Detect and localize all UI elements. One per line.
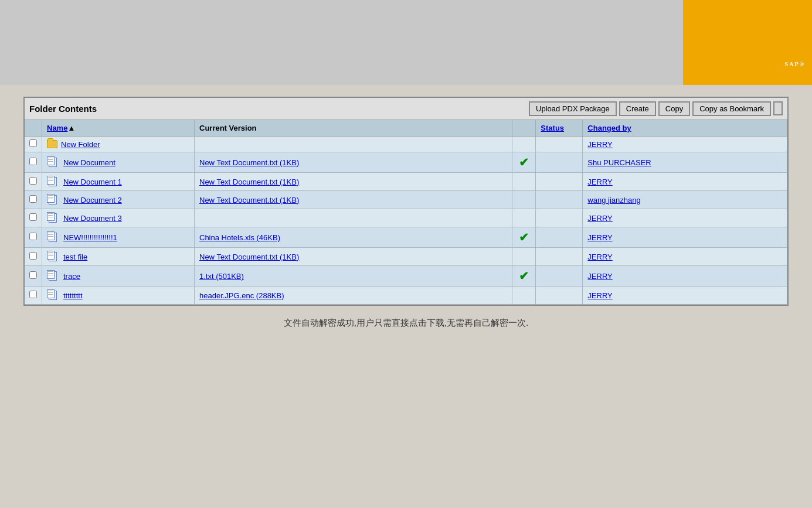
table-row: New Document 1New Text Document.txt (1KB… (25, 173, 787, 191)
item-name-link[interactable]: NEW!!!!!!!!!!!!!!!1 (63, 233, 117, 242)
header-left (0, 0, 683, 85)
changedby-sort-link[interactable]: Changed by (587, 124, 631, 132)
version-link[interactable]: 1.txt (501KB) (199, 272, 244, 281)
changedby-link[interactable]: Shu PURCHASER (587, 158, 651, 167)
changedby-link[interactable]: JERRY (587, 272, 612, 281)
item-name-link[interactable]: test file (63, 253, 87, 261)
table-row: tttttttttheader.JPG.enc (288KB)JERRY (25, 287, 787, 305)
item-name-container: test file (47, 251, 189, 262)
row-status-cell (536, 152, 583, 173)
item-name-link[interactable]: New Document 1 (63, 178, 122, 186)
copy-as-bookmark-button[interactable]: Copy as Bookmark (692, 101, 771, 116)
row-changedby-cell: JERRY (583, 248, 787, 266)
table-header-row: Name▲ Current Version Status Changed by (25, 120, 787, 137)
item-name-container: NEW!!!!!!!!!!!!!!!1 (47, 231, 189, 243)
row-name-cell: New Document 1 (42, 173, 195, 191)
row-version-cell: New Text Document.txt (1KB) (195, 173, 512, 191)
table-row: New FolderJERRY (25, 137, 787, 152)
bottom-text: 文件自动解密成功,用户只需直接点击下载,无需再自己解密一次. (23, 306, 789, 340)
row-name-cell: New Document (42, 152, 195, 173)
green-checkmark-icon: ✔ (519, 231, 529, 244)
document-icon (47, 176, 59, 187)
main-content: Folder Contents Upload PDX Package Creat… (0, 85, 812, 358)
table-row: test fileNew Text Document.txt (1KB)JERR… (25, 248, 787, 266)
version-link[interactable]: New Text Document.txt (1KB) (199, 196, 299, 204)
row-checkbox[interactable] (29, 213, 37, 221)
table-row: New DocumentNew Text Document.txt (1KB)✔… (25, 152, 787, 173)
upload-pdx-button[interactable]: Upload PDX Package (529, 101, 617, 116)
row-changedby-cell: JERRY (583, 287, 787, 305)
row-checkbox[interactable] (29, 139, 37, 147)
item-name-link[interactable]: trace (63, 272, 80, 281)
table-body: New FolderJERRYNew DocumentNew Text Docu… (25, 137, 787, 305)
item-name-container: New Document 2 (47, 194, 189, 206)
col-status-header: Status (536, 120, 583, 137)
item-name-link[interactable]: New Document 3 (63, 214, 122, 223)
row-name-cell: NEW!!!!!!!!!!!!!!!1 (42, 227, 195, 248)
version-link[interactable]: China Hotels.xls (46KB) (199, 233, 280, 242)
copy-button[interactable]: Copy (658, 101, 690, 116)
row-version-cell (195, 209, 512, 227)
item-name-container: New Document (47, 156, 189, 168)
item-name-link[interactable]: New Document (63, 158, 115, 167)
row-name-cell: New Document 2 (42, 191, 195, 209)
row-name-cell: test file (42, 248, 195, 266)
item-name-link[interactable]: ttttttttt (63, 291, 83, 300)
status-sort-link[interactable]: Status (541, 124, 564, 132)
row-version-cell: New Text Document.txt (1KB) (195, 248, 512, 266)
changedby-link[interactable]: JERRY (587, 178, 612, 186)
changedby-link[interactable]: JERRY (587, 253, 612, 261)
col-checkmark-header (512, 120, 536, 137)
folder-panel: Folder Contents Upload PDX Package Creat… (23, 97, 789, 306)
row-status-cell (536, 266, 583, 287)
row-changedby-cell: wang jianzhang (583, 191, 787, 209)
row-checkbox[interactable] (29, 233, 37, 240)
row-changedby-cell: JERRY (583, 227, 787, 248)
row-checkbox[interactable] (29, 158, 37, 165)
row-checkbox-cell (25, 227, 42, 248)
col-version-header: Current Version (195, 120, 512, 137)
version-link[interactable]: New Text Document.txt (1KB) (199, 158, 299, 167)
toolbar: Folder Contents Upload PDX Package Creat… (25, 98, 787, 120)
row-checkmark-cell: ✔ (512, 152, 536, 173)
row-checkbox-cell (25, 137, 42, 152)
changedby-link[interactable]: JERRY (587, 140, 612, 149)
row-checkmark-cell: ✔ (512, 266, 536, 287)
row-checkmark-cell (512, 173, 536, 191)
row-checkbox[interactable] (29, 271, 37, 279)
changedby-link[interactable]: JERRY (587, 291, 612, 300)
version-link[interactable]: New Text Document.txt (1KB) (199, 253, 299, 261)
version-link[interactable]: New Text Document.txt (1KB) (199, 178, 299, 186)
changedby-link[interactable]: JERRY (587, 233, 612, 242)
row-checkbox[interactable] (29, 195, 37, 203)
changedby-link[interactable]: wang jianzhang (587, 196, 640, 204)
document-icon (47, 231, 59, 243)
header-right: SAP® (683, 0, 812, 85)
row-checkmark-cell (512, 137, 536, 152)
row-checkmark-cell (512, 287, 536, 305)
green-checkmark-icon: ✔ (519, 270, 529, 282)
row-checkmark-cell (512, 209, 536, 227)
toolbar-buttons: Upload PDX Package Create Copy Copy as B… (529, 101, 783, 116)
row-name-cell: New Folder (42, 137, 195, 152)
content-table: Name▲ Current Version Status Changed by … (25, 120, 787, 305)
table-row: New Document 3JERRY (25, 209, 787, 227)
version-link[interactable]: header.JPG.enc (288KB) (199, 291, 284, 300)
row-changedby-cell: JERRY (583, 266, 787, 287)
row-checkbox[interactable] (29, 291, 37, 298)
item-name-link[interactable]: New Document 2 (63, 196, 122, 204)
row-checkbox[interactable] (29, 177, 37, 185)
name-sort-link[interactable]: Name (47, 124, 67, 132)
row-checkmark-cell (512, 191, 536, 209)
item-name-container: ttttttttt (47, 289, 189, 301)
col-checkbox (25, 120, 42, 137)
row-checkbox-cell (25, 191, 42, 209)
row-status-cell (536, 227, 583, 248)
changedby-link[interactable]: JERRY (587, 214, 612, 223)
item-name-container: New Document 1 (47, 176, 189, 187)
create-button[interactable]: Create (619, 101, 656, 116)
item-name-container: New Document 3 (47, 212, 189, 224)
item-name-link[interactable]: New Folder (61, 140, 100, 149)
row-checkbox[interactable] (29, 252, 37, 260)
row-status-cell (536, 248, 583, 266)
